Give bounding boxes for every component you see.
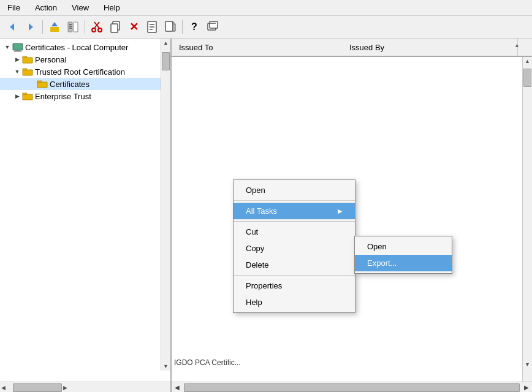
tree-item-trusted-root[interactable]: ▼ Trusted Root Certification (0, 66, 170, 78)
right-panel: ▲ Issued To Issued By IGDO PCA Certific.… (172, 39, 532, 392)
left-h-scroll-thumb[interactable] (13, 383, 62, 392)
ctx-properties-label: Properties (246, 281, 282, 290)
up-button[interactable] (46, 18, 63, 36)
toolbar-sep-1 (42, 20, 43, 34)
computer-icon (12, 42, 23, 52)
left-v-scrollbar[interactable]: ▲ ▼ (161, 39, 170, 371)
tree-label-certs: Certificates (50, 80, 89, 89)
toolbar-sep-2 (85, 20, 85, 34)
left-h-scrollbar[interactable]: ◀ ▶ (0, 382, 170, 392)
ctx-arrow-all-tasks: ▶ (338, 208, 343, 214)
svg-rect-23 (210, 21, 218, 28)
ctx-cut[interactable]: Cut (234, 224, 355, 240)
right-h-scroll-thumb[interactable] (184, 383, 520, 392)
right-h-scrollbar[interactable]: ◀ ▶ (172, 382, 532, 392)
export-list-button[interactable] (162, 18, 179, 36)
svg-marker-0 (10, 23, 14, 31)
new-window-button[interactable] (204, 18, 221, 36)
tree-root: ▼ Certificates - Local Computer ▶ (0, 39, 170, 105)
context-menu-overlay: Open All Tasks ▶ Cut Copy (172, 57, 532, 382)
ctx-cut-label: Cut (246, 227, 258, 236)
left-scroll-thumb[interactable] (162, 52, 170, 70)
tree-label-trusted: Trusted Root Certification (35, 67, 125, 77)
svg-rect-27 (14, 51, 21, 52)
svg-point-11 (92, 28, 96, 32)
left-panel: ▼ Certificates - Local Computer ▶ (0, 39, 172, 392)
menu-bar: File Action View Help (0, 0, 532, 16)
ctx-all-tasks[interactable]: All Tasks ▶ (234, 203, 355, 219)
menu-action[interactable]: Action (32, 2, 59, 13)
svg-marker-21 (173, 21, 175, 24)
right-h-scroll-right[interactable]: ▶ (521, 382, 532, 393)
ctx-copy-label: Copy (246, 244, 264, 253)
tree-view: ▼ Certificates - Local Computer ▶ (0, 39, 170, 382)
tree-item-personal[interactable]: ▶ Personal (0, 53, 170, 66)
ctx-sep-4 (234, 275, 355, 276)
context-menu: Open All Tasks ▶ Cut Copy (233, 179, 355, 313)
ctx-delete-label: Delete (246, 260, 269, 270)
tree-root-label: Certificates - Local Computer (25, 43, 128, 52)
svg-rect-5 (74, 22, 78, 32)
forward-button[interactable] (22, 18, 39, 36)
left-h-scroll-right[interactable]: ▶ (62, 385, 69, 391)
svg-rect-25 (13, 43, 23, 50)
toolbar: ✕ ? (0, 16, 532, 39)
ctx-help-label: Help (246, 298, 262, 307)
menu-help[interactable]: Help (101, 2, 123, 13)
svg-marker-3 (51, 22, 58, 26)
svg-marker-1 (29, 23, 33, 31)
tree-toggle-enterprise[interactable]: ▶ (12, 91, 22, 101)
tree-label-enterprise: Enterprise Trust (35, 92, 91, 101)
menu-view[interactable]: View (69, 2, 91, 13)
back-button[interactable] (4, 18, 21, 36)
ctx-help[interactable]: Help (234, 294, 355, 311)
menu-file[interactable]: File (5, 2, 23, 13)
folder-icon-personal (22, 55, 33, 64)
delete-button[interactable]: ✕ (125, 18, 142, 36)
left-scroll-down[interactable]: ▼ (161, 362, 170, 371)
ctx-copy[interactable]: Copy (234, 240, 355, 257)
ctx-all-tasks-label: All Tasks (246, 206, 277, 216)
folder-icon-certs (37, 79, 48, 89)
copy-button[interactable] (107, 18, 124, 36)
column-issued-to[interactable]: Issued To (177, 39, 347, 56)
left-h-scroll-left[interactable]: ◀ (0, 385, 7, 391)
tree-item-enterprise[interactable]: ▶ Enterprise Trust (0, 90, 170, 102)
folder-icon-enterprise (22, 91, 33, 101)
cut-button[interactable] (88, 18, 105, 36)
submenu: Open Export... (354, 236, 452, 274)
ctx-sep-0 (234, 200, 355, 201)
ctx-sep-1 (234, 221, 355, 222)
properties-button[interactable] (143, 18, 161, 36)
scroll-up-indicator: ▲ (514, 42, 520, 48)
right-content: IGDO PCA Certific... ▲ ▼ Open All Tasks (172, 57, 532, 382)
ctx-open-label: Open (246, 186, 265, 195)
svg-rect-19 (165, 21, 173, 31)
sub-open[interactable]: Open (355, 238, 452, 255)
help-button[interactable]: ? (186, 18, 203, 36)
ctx-open[interactable]: Open (234, 182, 355, 198)
sub-export[interactable]: Export... (355, 255, 452, 271)
tree-toggle-personal[interactable]: ▶ (12, 55, 22, 64)
ctx-delete[interactable]: Delete (234, 257, 355, 273)
right-panel-header: ▲ Issued To Issued By (172, 39, 532, 57)
column-issued-by[interactable]: Issued By (347, 39, 517, 56)
svg-point-12 (98, 28, 102, 32)
tree-item-certificates[interactable]: ▶ Certificates (0, 78, 170, 90)
tree-toggle-root[interactable]: ▼ (2, 42, 12, 52)
main-layout: ▼ Certificates - Local Computer ▶ (0, 39, 532, 392)
svg-rect-14 (111, 24, 118, 32)
ctx-properties[interactable]: Properties (234, 277, 355, 294)
svg-rect-2 (50, 27, 59, 32)
toolbar-sep-3 (182, 20, 183, 34)
tree-label-personal: Personal (35, 55, 66, 64)
tree-root-item[interactable]: ▼ Certificates - Local Computer (0, 41, 170, 53)
left-scroll-up[interactable]: ▲ (161, 39, 170, 47)
show-hide-button[interactable] (64, 18, 82, 36)
svg-rect-4 (68, 22, 72, 32)
right-h-scroll-left[interactable]: ◀ (172, 382, 183, 393)
folder-icon-trusted (22, 67, 33, 77)
tree-toggle-trusted[interactable]: ▼ (12, 67, 22, 77)
